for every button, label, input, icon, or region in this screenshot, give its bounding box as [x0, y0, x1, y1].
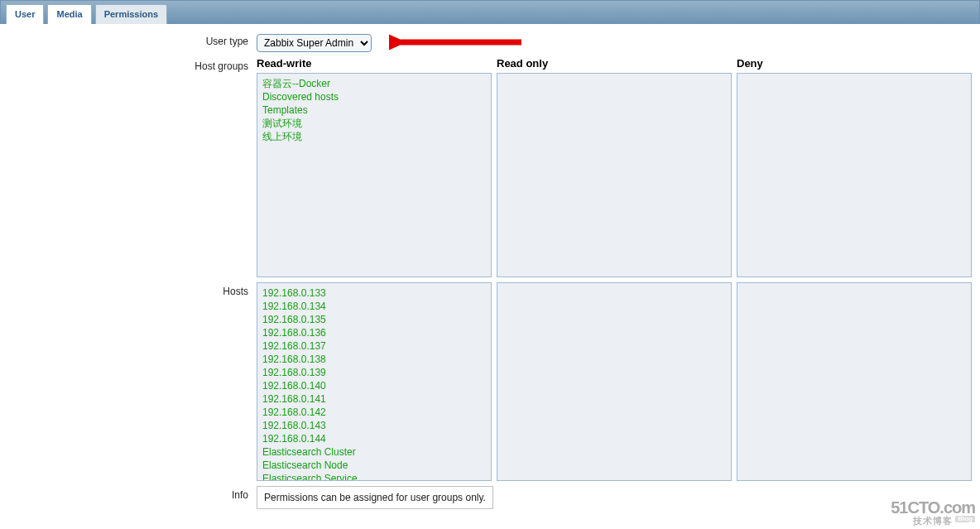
host-item[interactable]: 192.168.0.137 — [262, 339, 486, 353]
host-item[interactable]: 192.168.0.138 — [262, 353, 486, 366]
host-item[interactable]: Elasticsearch Cluster — [262, 445, 486, 459]
host-item[interactable]: 192.168.0.143 — [262, 419, 486, 432]
tab-media[interactable]: Media — [47, 4, 91, 24]
hostgroup-item[interactable]: 测试环境 — [262, 117, 486, 130]
hostgroup-item[interactable]: 线上环境 — [262, 130, 486, 143]
hosts-deny-box[interactable] — [737, 282, 972, 481]
tab-label: User — [15, 9, 35, 19]
tab-user[interactable]: User — [6, 4, 44, 24]
info-message: Permissions can be assigned for user gro… — [257, 486, 493, 509]
hostgroups-deny-column: Deny — [737, 57, 972, 277]
hosts-readwrite-box[interactable]: 192.168.0.133192.168.0.134192.168.0.1351… — [257, 282, 492, 481]
user-type-select[interactable]: Zabbix Super Admin — [257, 34, 372, 52]
col-head-deny: Deny — [737, 57, 972, 70]
annotation-arrow-icon — [389, 26, 530, 61]
host-item[interactable]: 192.168.0.135 — [262, 313, 486, 326]
hosts-readwrite-column: 192.168.0.133192.168.0.134192.168.0.1351… — [257, 282, 492, 481]
host-item[interactable]: 192.168.0.141 — [262, 392, 486, 406]
tab-label: Permissions — [104, 9, 158, 19]
row-host-groups: Host groups Read-write 容器云--DockerDiscov… — [8, 57, 972, 277]
hostgroup-item[interactable]: Discovered hosts — [262, 90, 486, 103]
hostgroups-deny-box[interactable] — [737, 73, 972, 277]
watermark: 51CTO.com 技术博客 Blog — [891, 499, 975, 514]
hosts-readonly-column — [497, 282, 732, 481]
hosts-deny-column — [737, 282, 972, 481]
hostgroups-readwrite-column: Read-write 容器云--DockerDiscovered hostsTe… — [257, 57, 492, 277]
host-item[interactable]: Elasticsearch Service — [262, 472, 486, 481]
row-info: Info Permissions can be assigned for use… — [8, 486, 972, 509]
host-item[interactable]: 192.168.0.144 — [262, 432, 486, 445]
watermark-line1: 51CTO.com — [891, 499, 975, 514]
tab-label: Media — [56, 9, 82, 19]
col-head-readwrite: Read-write — [257, 57, 492, 70]
row-hosts: Hosts 192.168.0.133192.168.0.134192.168.… — [8, 282, 972, 481]
label-info: Info — [8, 486, 257, 501]
host-item[interactable]: 192.168.0.142 — [262, 406, 486, 419]
tab-permissions[interactable]: Permissions — [95, 4, 167, 24]
host-item[interactable]: 192.168.0.133 — [262, 286, 486, 300]
host-item[interactable]: 192.168.0.140 — [262, 379, 486, 392]
label-user-type: User type — [8, 32, 257, 47]
host-item[interactable]: 192.168.0.136 — [262, 326, 486, 339]
permissions-form: User type Zabbix Super Admin Host groups — [0, 24, 980, 509]
tab-bar: User Media Permissions — [0, 0, 980, 24]
host-item[interactable]: Elasticsearch Node — [262, 459, 486, 472]
label-host-groups: Host groups — [8, 57, 257, 72]
hosts-readonly-box[interactable] — [497, 282, 732, 481]
host-item[interactable]: 192.168.0.139 — [262, 366, 486, 379]
hostgroups-readonly-box[interactable] — [497, 73, 732, 277]
host-item[interactable]: 192.168.0.134 — [262, 300, 486, 313]
row-user-type: User type Zabbix Super Admin — [8, 32, 972, 52]
hostgroups-readonly-column: Read only — [497, 57, 732, 277]
col-head-readonly: Read only — [497, 57, 732, 70]
hostgroup-item[interactable]: 容器云--Docker — [262, 77, 486, 90]
label-hosts: Hosts — [8, 282, 257, 297]
hostgroup-item[interactable]: Templates — [262, 103, 486, 117]
hostgroups-readwrite-box[interactable]: 容器云--DockerDiscovered hostsTemplates测试环境… — [257, 73, 492, 277]
